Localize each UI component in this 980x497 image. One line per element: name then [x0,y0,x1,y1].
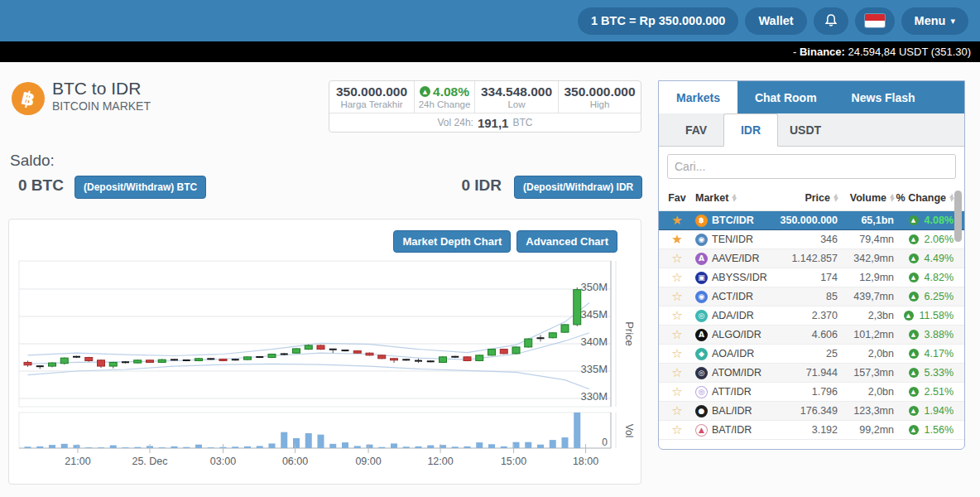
favorite-star-icon[interactable]: ☆ [659,348,695,360]
favorite-star-icon[interactable]: ☆ [659,367,695,379]
market-row-bal-idr[interactable]: ☆●BAL/IDR176.349123,3mn▲1.94% [659,402,964,421]
svg-text:12:00: 12:00 [427,456,453,467]
advanced-chart-button[interactable]: Advanced Chart [516,230,617,253]
market-depth-chart-button[interactable]: Market Depth Chart [393,230,511,253]
markets-panel: Markets Chat Room News Flash FAV IDR USD… [658,80,965,450]
stat-24h-change: ▲ 4.08% 24h Change [415,81,475,113]
column-volume[interactable]: Volume ▲▼ [838,192,894,204]
chart-panel: 350M345M340M335M330MPriceVol021:0025. De… [8,219,641,485]
svg-text:330M: 330M [580,390,608,403]
column-market[interactable]: Market ▲▼ [695,192,775,204]
favorite-star-icon[interactable]: ☆ [659,386,695,398]
price-value: 71.944 [775,367,838,379]
change-value: ▲6.25% [894,291,954,302]
market-pair-label: ABYSS/IDR [712,272,767,283]
sort-icon[interactable]: ▲▼ [732,194,736,202]
market-row-ada-idr[interactable]: ☆◎ADA/IDR2.3702,3bn▲11.58% [659,306,964,326]
markets-table-header: Fav Market ▲▼ Price ▲▼ Volume ▲▼ % Chang… [659,186,964,211]
change-value: ▲4.49% [894,253,954,264]
subtab-usdt[interactable]: USDT [778,113,833,146]
market-pair-label: ADA/IDR [712,310,754,321]
change-value: ▲5.33% [894,367,954,379]
bat-coin-icon: ▲ [695,424,708,437]
stat-volume-24h: Vol 24h: 191,1 BTC [329,113,641,132]
bitcoin-icon: ฿ [12,82,45,115]
volume-value: 101,2mn [838,329,894,340]
favorite-star-icon[interactable]: ★ [659,215,695,227]
markets-table-body: ★฿BTC/IDR350.000.00065,1bn▲4.08%★◉TEN/ID… [659,211,964,440]
favorite-star-icon[interactable]: ☆ [659,329,695,341]
up-arrow-icon: ▲ [909,406,919,416]
change-value: ▲3.88% [894,329,954,340]
column-price[interactable]: Price ▲▼ [775,192,838,204]
market-cell: ▲BAT/IDR [695,424,775,437]
abyss-coin-icon: ▣ [695,272,708,284]
stat-last-price: 350.000.000 Harga Terakhir [329,81,415,113]
tab-chat-room[interactable]: Chat Room [737,81,834,113]
up-arrow-icon: ▲ [909,234,919,244]
menu-button[interactable]: Menu ▾ [901,7,968,35]
up-arrow-icon: ▲ [909,215,919,225]
subtab-idr[interactable]: IDR [723,113,778,147]
svg-text:335M: 335M [580,363,608,375]
change-value: ▲1.94% [894,405,954,417]
wallet-button[interactable]: Wallet [745,7,806,35]
language-flag-button[interactable] [855,7,895,35]
market-row-bat-idr[interactable]: ☆▲BAT/IDR3.19299,2mn▲1.56% [659,421,964,440]
price-chart-svg[interactable]: 350M345M340M335M330MPriceVol021:0025. De… [9,220,641,468]
deposit-withdraw-idr-button[interactable]: (Deposit/Withdraw) IDR [514,176,642,199]
volume-value: 99,2mn [838,424,894,436]
tab-markets[interactable]: Markets [659,81,737,113]
price-value: 25 [775,348,838,359]
price-value: 4.606 [775,329,838,340]
change-value: ▲4.17% [894,348,954,359]
notifications-button[interactable] [814,7,848,35]
price-value: 2.370 [775,310,838,321]
column-fav[interactable]: Fav [659,192,695,204]
favorite-star-icon[interactable]: ★ [659,234,695,246]
market-row-ten-idr[interactable]: ★◉TEN/IDR34679,4mn▲2.06% [659,230,964,249]
svg-text:Vol: Vol [623,424,635,438]
market-pair-label: TEN/IDR [712,234,753,245]
change-value: ▲4.08% [894,215,954,226]
btc-balance: 0 BTC [18,176,64,195]
market-row-atom-idr[interactable]: ☆◎ATOM/IDR71.944157,3mn▲5.33% [659,364,964,383]
svg-text:18:00: 18:00 [573,456,598,467]
change-value: ▲4.82% [894,272,954,283]
volume-value: 2,0bn [838,348,894,359]
favorite-star-icon[interactable]: ☆ [659,405,695,417]
market-row-abyss-idr[interactable]: ☆▣ABYSS/IDR17412,9mn▲4.82% [659,268,964,287]
market-row-act-idr[interactable]: ☆◉ACT/IDR85439,7mn▲6.25% [659,287,964,306]
chevron-down-icon: ▾ [950,16,955,27]
market-row-att-idr[interactable]: ☆◎ATT/IDR1.7962,0bn▲2.51% [659,383,964,402]
search-input[interactable] [667,154,956,179]
volume-value: 12,9mn [838,272,894,283]
market-cell: ◎ADA/IDR [695,310,775,322]
market-pair-label: ACT/IDR [712,291,753,302]
market-pair-label: ALGO/IDR [712,329,761,340]
market-row-aave-idr[interactable]: ☆AAAVE/IDR1.142.857342,9mn▲4.49% [659,249,964,268]
scrollbar-thumb[interactable] [954,191,962,242]
favorite-star-icon[interactable]: ☆ [659,291,695,303]
market-row-btc-idr[interactable]: ★฿BTC/IDR350.000.00065,1bn▲4.08% [659,211,964,230]
volume-value: 123,3mn [838,405,894,417]
favorite-star-icon[interactable]: ☆ [659,424,695,437]
price-value: 85 [775,291,838,302]
bell-icon [824,13,838,28]
tab-news-flash[interactable]: News Flash [834,81,933,113]
volume-value: 342,9mn [838,253,894,264]
market-row-algo-idr[interactable]: ☆AALGO/IDR4.606101,2mn▲3.88% [659,326,964,345]
svg-text:15:00: 15:00 [501,456,526,467]
favorite-star-icon[interactable]: ☆ [659,253,695,265]
sort-icon[interactable]: ▲▼ [949,194,954,202]
favorite-star-icon[interactable]: ☆ [659,310,695,322]
column-change[interactable]: % Change ▲▼ [894,192,954,204]
market-row-aoa-idr[interactable]: ☆◆AOA/IDR252,0bn▲4.17% [659,345,964,364]
price-value: 176.349 [775,405,838,417]
up-arrow-icon: ▲ [909,349,919,359]
currency-subtabs: FAV IDR USDT [659,113,964,147]
favorite-star-icon[interactable]: ☆ [659,272,695,284]
deposit-withdraw-btc-button[interactable]: (Deposit/Withdraw) BTC [74,176,206,199]
btc-rate-pill[interactable]: 1 BTC = Rp 350.000.000 [578,7,738,35]
subtab-fav[interactable]: FAV [669,113,723,146]
